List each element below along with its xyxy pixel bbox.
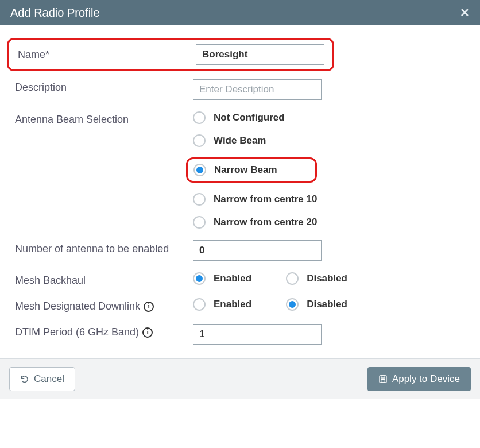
save-icon [378,374,388,384]
mesh-downlink-label: Mesh Designated Downlink i [15,298,193,312]
modal-header: Add Radio Profile ✕ [0,0,480,25]
mesh-backhaul-disabled[interactable]: Disabled [286,272,347,285]
cancel-button-label: Cancel [34,373,64,385]
modal-title: Add Radio Profile [10,6,100,20]
info-icon[interactable]: i [144,302,154,312]
beam-option-wide[interactable]: Wide Beam [193,134,317,147]
radio-label: Enabled [214,299,251,310]
mesh-backhaul-label: Mesh Backhaul [15,272,193,287]
apply-button-label: Apply to Device [392,373,460,385]
antenna-count-input[interactable] [193,240,322,261]
mesh-backhaul-enabled[interactable]: Enabled [193,272,251,285]
beam-option-narrow[interactable]: Narrow Beam [193,164,277,176]
radio-icon [193,111,206,124]
radio-icon [193,272,206,285]
radio-label: Wide Beam [214,135,266,146]
mesh-downlink-label-text: Mesh Designated Downlink [15,300,140,312]
radio-label: Enabled [214,273,251,284]
cancel-button[interactable]: Cancel [9,367,75,391]
beam-option-narrow10[interactable]: Narrow from centre 10 [193,193,317,206]
radio-icon [286,272,299,285]
description-input[interactable] [193,79,322,100]
mesh-downlink-group: Enabled Disabled [193,298,347,311]
mesh-downlink-enabled[interactable]: Enabled [193,298,251,311]
add-radio-profile-modal: Add Radio Profile ✕ Name* Description An… [0,0,480,399]
undo-icon [20,374,29,384]
mesh-downlink-disabled[interactable]: Disabled [286,298,347,311]
radio-label: Narrow from centre 20 [214,217,317,228]
radio-label: Narrow Beam [214,164,277,176]
narrow-highlight: Narrow Beam [186,157,317,183]
radio-label: Disabled [307,299,347,310]
radio-icon [286,298,299,311]
name-input[interactable] [196,44,324,65]
radio-icon [193,216,206,229]
radio-label: Narrow from centre 10 [214,194,317,205]
description-label: Description [15,79,193,94]
beam-radio-group: Not Configured Wide Beam Narrow Beam [193,111,317,229]
radio-label: Not Configured [214,112,285,123]
antenna-count-label: Number of antenna to be enabled [15,240,193,256]
dtim-label: DTIM Period (6 GHz Band) i [15,324,193,338]
radio-icon [193,164,206,176]
svg-rect-2 [381,380,385,383]
radio-label: Disabled [307,273,347,284]
radio-icon [193,193,206,206]
beam-option-narrow20[interactable]: Narrow from centre 20 [193,216,317,229]
beam-option-not-configured[interactable]: Not Configured [193,111,317,124]
apply-button[interactable]: Apply to Device [367,367,471,391]
dtim-input[interactable] [193,324,322,345]
mesh-backhaul-group: Enabled Disabled [193,272,347,285]
info-icon[interactable]: i [142,327,153,338]
radio-icon [193,134,206,147]
dtim-label-text: DTIM Period (6 GHz Band) [15,326,139,338]
modal-footer: Cancel Apply to Device [0,358,480,399]
name-highlight: Name* [7,38,334,71]
radio-icon [193,298,206,311]
name-label: Name* [18,49,196,61]
close-icon[interactable]: ✕ [460,6,470,20]
beam-label: Antenna Beam Selection [15,111,193,126]
svg-rect-1 [381,376,385,378]
modal-body: Name* Description Antenna Beam Selection… [0,25,480,358]
